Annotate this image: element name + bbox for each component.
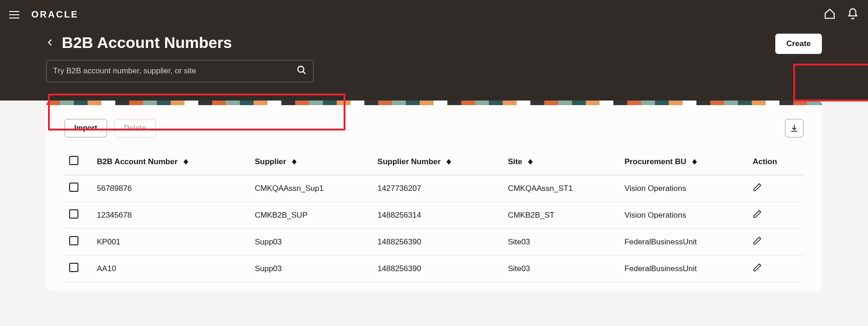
row-checkbox[interactable] xyxy=(69,263,78,272)
svg-line-1 xyxy=(303,71,306,74)
cell-site: CMKQAAssn_ST1 xyxy=(503,175,620,202)
accounts-table: B2B Account Number Supplier Supplier Num… xyxy=(65,148,803,282)
svg-marker-11 xyxy=(692,162,697,165)
svg-marker-9 xyxy=(528,162,533,165)
svg-point-0 xyxy=(298,66,304,72)
bell-icon[interactable] xyxy=(847,8,859,22)
import-button[interactable]: Import xyxy=(65,119,107,137)
content-panel: Import Delete B2B Account Number Supplie… xyxy=(46,105,822,291)
cell-supplier: Supp03 xyxy=(250,229,373,255)
select-all-checkbox[interactable] xyxy=(69,156,78,165)
page-title: B2B Account Numbers xyxy=(62,34,232,52)
decorative-strip xyxy=(46,101,822,105)
col-procurement-bu[interactable]: Procurement BU xyxy=(620,148,748,175)
sort-icon[interactable] xyxy=(692,159,697,165)
sort-icon[interactable] xyxy=(528,159,533,165)
search-input[interactable] xyxy=(53,66,297,76)
svg-marker-7 xyxy=(446,162,451,165)
col-supplier-label: Supplier xyxy=(255,157,286,166)
cell-supplier-number: 1488256314 xyxy=(373,202,504,229)
cell-supplier: CMKB2B_SUP xyxy=(250,202,373,229)
cell-account: 12345678 xyxy=(92,202,250,229)
cell-account: 56789876 xyxy=(92,175,250,202)
col-supplier-number-label: Supplier Number xyxy=(378,157,441,166)
cell-site: CMKB2B_ST xyxy=(503,202,620,229)
cell-bu: FederalBusinessUnit xyxy=(620,229,748,255)
sort-icon[interactable] xyxy=(446,159,451,165)
cell-bu: Vision Operations xyxy=(620,202,748,229)
svg-marker-3 xyxy=(184,162,188,165)
col-supplier-number[interactable]: Supplier Number xyxy=(373,148,504,175)
table-row: 56789876CMKQAAssn_Sup11427736207CMKQAAss… xyxy=(65,175,803,202)
brand-logo: ORACLE xyxy=(31,9,78,20)
col-action: Action xyxy=(748,148,803,175)
cell-bu: Vision Operations xyxy=(620,175,748,202)
table-row: 12345678CMKB2B_SUP1488256314CMKB2B_STVis… xyxy=(65,202,803,229)
col-account-label: B2B Account Number xyxy=(97,157,178,166)
col-account[interactable]: B2B Account Number xyxy=(92,148,250,175)
back-icon[interactable] xyxy=(46,36,54,49)
table-row: AA10Supp031488256390Site03FederalBusines… xyxy=(65,255,803,282)
delete-button: Delete xyxy=(114,119,156,137)
cell-supplier-number: 1488256390 xyxy=(373,229,504,255)
page-hero: B2B Account Numbers Create xyxy=(0,29,868,101)
cell-site: Site03 xyxy=(503,255,620,282)
cell-account: KP001 xyxy=(92,229,250,255)
sort-icon[interactable] xyxy=(184,159,188,165)
edit-icon[interactable] xyxy=(753,265,762,274)
svg-marker-5 xyxy=(292,162,297,165)
search-field[interactable] xyxy=(46,60,314,82)
cell-bu: FederalBusinessUnit xyxy=(620,255,748,282)
cell-supplier-number: 1488256390 xyxy=(373,255,504,282)
col-supplier[interactable]: Supplier xyxy=(250,148,373,175)
col-site[interactable]: Site xyxy=(503,148,620,175)
cell-supplier-number: 1427736207 xyxy=(373,175,504,202)
cell-supplier: CMKQAAssn_Sup1 xyxy=(250,175,373,202)
row-checkbox[interactable] xyxy=(69,183,78,192)
sort-icon[interactable] xyxy=(292,159,297,165)
edit-icon[interactable] xyxy=(753,185,762,194)
col-site-label: Site xyxy=(508,157,522,166)
col-procurement-bu-label: Procurement BU xyxy=(624,157,686,166)
download-button[interactable] xyxy=(785,119,803,137)
topbar: ORACLE xyxy=(0,0,868,29)
col-action-label: Action xyxy=(753,157,777,166)
table-row: KP001Supp031488256390Site03FederalBusine… xyxy=(65,229,803,255)
edit-icon[interactable] xyxy=(753,238,762,247)
panel-toolbar: Import Delete xyxy=(65,119,803,137)
menu-icon[interactable] xyxy=(9,8,22,21)
home-icon[interactable] xyxy=(824,8,836,22)
cell-site: Site03 xyxy=(503,229,620,255)
cell-supplier: Supp03 xyxy=(250,255,373,282)
edit-icon[interactable] xyxy=(753,212,762,220)
create-button[interactable]: Create xyxy=(775,34,822,54)
row-checkbox[interactable] xyxy=(69,209,78,219)
row-checkbox[interactable] xyxy=(69,236,78,245)
cell-account: AA10 xyxy=(92,255,250,282)
search-icon[interactable] xyxy=(297,65,307,77)
